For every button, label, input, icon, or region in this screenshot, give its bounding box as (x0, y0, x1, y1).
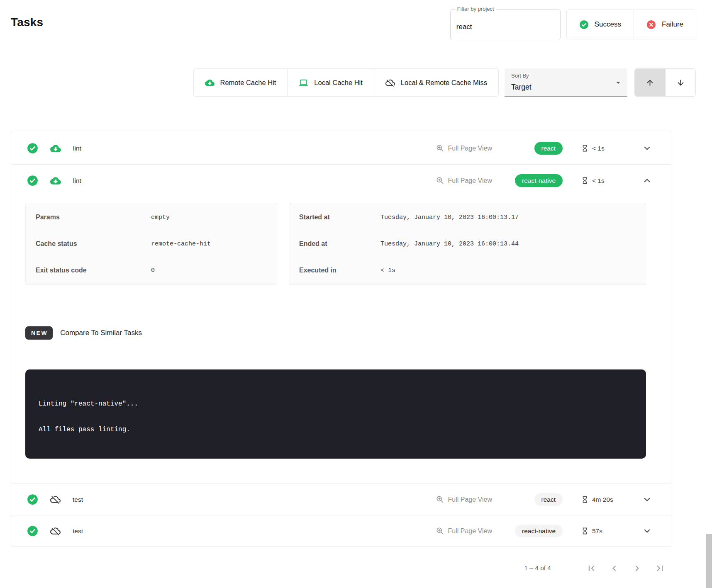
terminal-line: All files pass linting. (39, 426, 633, 433)
project-filter-input[interactable] (451, 10, 560, 40)
next-page-icon (632, 563, 643, 574)
detail-cards: Params empty Cache status remote-cache-h… (25, 203, 646, 285)
task-row: test Full Page View react 4m 20s (11, 484, 671, 515)
task-duration-label: < 1s (592, 177, 605, 185)
detail-value: empty (151, 214, 170, 221)
detail-value: Tuesday, January 10, 2023 16:00:13.44 (380, 241, 519, 248)
arrow-up-icon (646, 78, 654, 87)
expand-row-button[interactable] (642, 143, 652, 153)
laptop-icon (299, 78, 308, 87)
task-duration-label: 57s (592, 527, 602, 535)
detail-value: 0 (151, 267, 155, 274)
detail-row: Exit status code 0 (26, 257, 276, 284)
expand-row-button[interactable] (642, 526, 652, 536)
task-list: lint Full Page View react < 1s (11, 132, 671, 547)
task-name: lint (73, 177, 81, 185)
project-badge[interactable]: react-native (515, 525, 563, 537)
terminal-line: Linting "react-native"... (39, 400, 633, 408)
filter-toolbar: Remote Cache Hit Local Cache Hit Local &… (11, 68, 696, 97)
task-duration-label: < 1s (592, 145, 605, 152)
pagination: 1 – 4 of 4 (11, 558, 671, 578)
new-badge: NEW (25, 326, 53, 340)
sort-by-label: Sort By (511, 73, 529, 79)
expand-row-button[interactable] (642, 495, 652, 504)
detail-label: Params (36, 214, 151, 221)
chevron-down-icon (642, 143, 652, 153)
remote-cache-hit-filter[interactable]: Remote Cache Hit (194, 69, 288, 96)
zoom-in-icon (436, 176, 444, 185)
task-row-header[interactable]: lint Full Page View react < 1s (11, 132, 671, 164)
terminal-output: Linting "react-native"... All files pass… (25, 369, 646, 459)
task-row-header[interactable]: test Full Page View react-native 57s (11, 515, 671, 547)
task-duration: 4m 20s (581, 496, 632, 503)
local-cache-hit-label: Local Cache Hit (314, 79, 362, 87)
failure-icon (646, 20, 656, 29)
sort-ascending-button[interactable] (635, 69, 665, 96)
task-duration: < 1s (581, 144, 632, 152)
failure-filter-button[interactable]: Failure (634, 10, 696, 39)
task-row-header[interactable]: lint Full Page View react-native < 1s (11, 165, 671, 197)
cloud-off-icon (50, 526, 61, 536)
task-row: lint Full Page View react < 1s (11, 132, 671, 164)
full-page-view-button[interactable]: Full Page View (436, 144, 492, 153)
last-page-button[interactable] (654, 563, 666, 574)
cache-miss-label: Local & Remote Cache Miss (401, 79, 487, 87)
last-page-icon (654, 563, 666, 574)
task-row-left: lint (27, 143, 81, 154)
project-pill-wrap: react-native (509, 174, 563, 187)
project-badge[interactable]: react (534, 142, 563, 155)
project-badge[interactable]: react (534, 493, 563, 506)
task-row-left: test (27, 525, 83, 537)
first-page-icon (586, 563, 597, 574)
scrollbar-thumb[interactable] (706, 534, 712, 588)
collapse-row-button[interactable] (642, 176, 652, 185)
local-cache-hit-filter[interactable]: Local Cache Hit (287, 69, 373, 96)
cloud-download-icon (50, 143, 61, 154)
detail-row: Started at Tuesday, January 10, 2023 16:… (289, 204, 646, 231)
chevron-down-icon (642, 495, 652, 504)
hourglass-icon (581, 496, 589, 503)
task-duration-label: 4m 20s (592, 496, 613, 503)
task-row-left: test (27, 494, 83, 505)
cloud-off-icon (385, 78, 395, 87)
success-icon (579, 20, 589, 29)
success-status-icon (27, 175, 38, 186)
sort-descending-button[interactable] (665, 69, 695, 96)
task-name: test (73, 496, 83, 503)
project-filter-field[interactable]: Filter by project (450, 9, 561, 40)
project-badge[interactable]: react-native (515, 174, 563, 187)
task-duration: 57s (581, 527, 632, 535)
full-page-view-label: Full Page View (448, 496, 492, 503)
task-row: test Full Page View react-native 57s (11, 515, 671, 547)
failure-filter-label: Failure (662, 20, 683, 29)
task-duration: < 1s (581, 177, 632, 185)
success-filter-button[interactable]: Success (567, 10, 634, 39)
page-title: Tasks (11, 16, 43, 29)
full-page-view-button[interactable]: Full Page View (436, 527, 492, 535)
detail-value: remote-cache-hit (151, 241, 211, 248)
previous-page-button[interactable] (609, 563, 620, 574)
execution-detail-card: Params empty Cache status remote-cache-h… (25, 203, 276, 285)
full-page-view-button[interactable]: Full Page View (436, 495, 492, 504)
project-pill-wrap: react (509, 142, 563, 155)
detail-row: Params empty (26, 204, 276, 231)
first-page-button[interactable] (586, 563, 597, 574)
success-status-icon (27, 525, 38, 537)
cache-miss-filter[interactable]: Local & Remote Cache Miss (374, 69, 498, 96)
task-name: test (73, 527, 83, 535)
next-page-button[interactable] (632, 563, 643, 574)
full-page-view-button[interactable]: Full Page View (436, 176, 492, 185)
compare-to-similar-tasks-link[interactable]: Compare To Similar Tasks (60, 329, 142, 337)
timing-detail-card: Started at Tuesday, January 10, 2023 16:… (289, 203, 646, 285)
task-row-expanded: lint Full Page View react-native < 1s (11, 164, 671, 484)
full-page-view-label: Full Page View (448, 145, 492, 152)
hourglass-icon (581, 527, 589, 535)
full-page-view-label: Full Page View (448, 177, 492, 185)
detail-label: Ended at (299, 240, 380, 248)
task-row-header[interactable]: test Full Page View react 4m 20s (11, 484, 671, 515)
detail-value: Tuesday, January 10, 2023 16:00:13.17 (380, 214, 519, 221)
sort-by-select[interactable]: Sort By Target (505, 68, 627, 97)
remote-cache-hit-label: Remote Cache Hit (220, 79, 276, 87)
detail-value: < 1s (380, 267, 395, 274)
project-filter-label: Filter by project (455, 6, 496, 12)
